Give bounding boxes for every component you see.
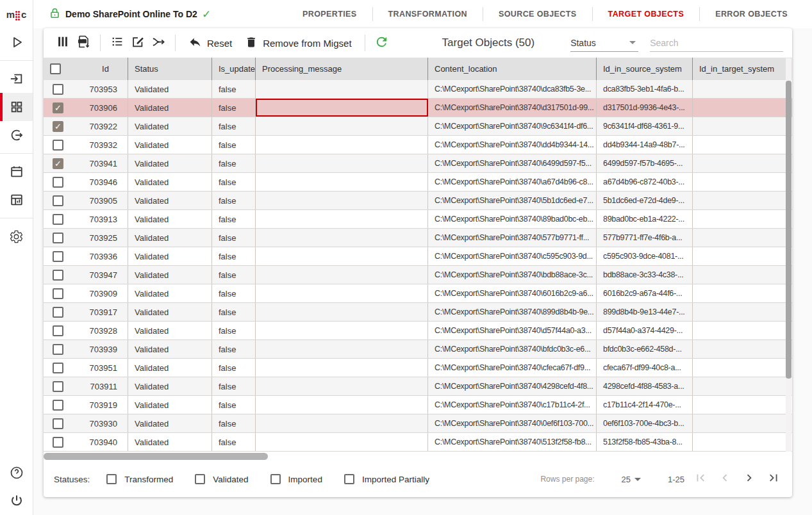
table-row[interactable]: 703953 Validated false C:\MCexport\Share… <box>44 80 792 99</box>
cell-content-location: C:\MCexport\SharePoint\38740\d57f44a0-a3… <box>428 322 597 339</box>
table-row[interactable]: 703909 Validated false C:\MCexport\Share… <box>44 284 792 303</box>
status-filter-checkbox[interactable] <box>195 474 205 484</box>
previous-page-button[interactable] <box>717 471 733 487</box>
cell-id-in-source-system: 513f2f58-fb85-43ba-8... <box>597 433 693 451</box>
status-filter-checkbox[interactable] <box>270 474 281 484</box>
next-page-button[interactable] <box>741 471 758 487</box>
csv-download-icon: CSV <box>76 34 91 52</box>
sidebar-item-scheduler[interactable] <box>0 158 33 186</box>
sidebar-item-run[interactable] <box>0 28 33 56</box>
column-header-id-in-source-system[interactable]: Id_in_source_system <box>597 58 693 80</box>
sidebar-item-dashboard[interactable] <box>0 186 33 214</box>
row-checkbox[interactable] <box>53 251 63 262</box>
tab-error-objects[interactable]: ERROR OBJECTS <box>700 10 803 19</box>
branch-button[interactable] <box>148 33 169 53</box>
table-row[interactable]: 703917 Validated false C:\MCexport\Share… <box>44 303 792 322</box>
view-columns-button[interactable] <box>53 33 73 53</box>
refresh-button[interactable] <box>372 33 392 53</box>
sidebar-item-export[interactable] <box>0 121 33 149</box>
status-filter-select[interactable]: Status <box>570 34 638 52</box>
table-row[interactable]: 703946 Validated false C:\MCexport\Share… <box>44 173 792 192</box>
row-checkbox[interactable] <box>53 121 63 132</box>
row-checkbox[interactable] <box>53 381 63 392</box>
column-header-is-update[interactable]: Is_update <box>212 58 256 80</box>
table-row[interactable]: 703911 Validated false C:\MCexport\Share… <box>44 377 792 396</box>
row-checkbox[interactable] <box>53 84 63 95</box>
tab-transformation[interactable]: TRANSFORMATION <box>373 10 483 19</box>
first-page-button[interactable] <box>692 471 709 487</box>
table-row[interactable]: 703947 Validated false C:\MCexport\Share… <box>44 266 792 284</box>
split-arrow-icon <box>151 35 166 52</box>
table-row[interactable]: 703913 Validated false C:\MCexport\Share… <box>44 210 792 229</box>
row-checkbox[interactable] <box>53 233 63 243</box>
reset-label: Reset <box>207 38 232 49</box>
tab-properties[interactable]: PROPERTIES <box>287 10 372 19</box>
status-filter-imported[interactable]: Imported <box>270 474 322 484</box>
table-row[interactable]: 703930 Validated false C:\MCexport\Share… <box>44 414 792 433</box>
reset-button[interactable]: Reset <box>182 35 238 51</box>
last-page-icon <box>766 471 781 487</box>
tab-source-objects[interactable]: SOURCE OBJECTS <box>483 10 592 19</box>
row-checkbox[interactable] <box>53 437 63 448</box>
row-checkbox[interactable] <box>53 418 63 429</box>
row-checkbox[interactable] <box>53 344 63 355</box>
tab-target-objects[interactable]: TARGET OBJECTS <box>593 10 700 19</box>
table-row[interactable]: 703905 Validated false C:\MCexport\Share… <box>44 192 792 210</box>
table-row[interactable]: 703922 Validated false C:\MCexport\Share… <box>44 117 792 136</box>
last-page-button[interactable] <box>765 471 782 487</box>
horizontal-scrollbar-thumb[interactable] <box>44 453 268 460</box>
cell-content-location: C:\MCexport\SharePoint\38740\899d8b4b-9e… <box>428 303 597 321</box>
status-filter-checkbox[interactable] <box>344 474 354 484</box>
status-filter-checkbox[interactable] <box>106 474 117 484</box>
cell-id-in-source-system: dd4b9344-14a9-48b7-... <box>597 136 693 154</box>
table-row[interactable]: 703925 Validated false C:\MCexport\Share… <box>44 229 792 247</box>
table-row[interactable]: 703940 Validated false C:\MCexport\Share… <box>44 433 792 452</box>
status-filter-transformed[interactable]: Transformed <box>106 474 173 484</box>
column-header-status[interactable]: Status <box>128 58 212 80</box>
cell-is-update: false <box>212 322 256 339</box>
row-checkbox[interactable] <box>53 288 63 299</box>
sidebar-item-help[interactable] <box>0 459 33 487</box>
export-csv-button[interactable]: CSV <box>73 33 94 53</box>
row-checkbox[interactable] <box>53 400 63 411</box>
row-checkbox[interactable] <box>53 158 63 169</box>
row-checkbox[interactable] <box>53 140 63 151</box>
column-header-content-location[interactable]: Content_location <box>428 58 597 80</box>
remove-from-migset-button[interactable]: Remove from Migset <box>238 36 358 51</box>
rows-per-page-select[interactable]: 25 <box>622 475 643 484</box>
row-checkbox[interactable] <box>53 102 63 113</box>
status-filter-imported-partially[interactable]: Imported Partially <box>344 474 429 484</box>
vertical-scrollbar-thumb[interactable] <box>786 81 791 379</box>
table-row[interactable]: 703936 Validated false C:\MCexport\Share… <box>44 247 792 266</box>
sidebar-item-import[interactable] <box>0 65 33 93</box>
row-checkbox[interactable] <box>53 177 63 188</box>
table-row[interactable]: 703939 Validated false C:\MCexport\Share… <box>44 340 792 359</box>
status-filter-validated[interactable]: Validated <box>195 474 248 484</box>
sidebar-item-migsets[interactable] <box>0 93 33 121</box>
table-row[interactable]: 703928 Validated false C:\MCexport\Share… <box>44 322 792 340</box>
sidebar-item-settings[interactable] <box>0 222 33 250</box>
table-row[interactable]: 703951 Validated false C:\MCexport\Share… <box>44 359 792 377</box>
row-checkbox[interactable] <box>53 214 63 225</box>
row-checkbox[interactable] <box>53 325 63 336</box>
edit-button[interactable] <box>128 33 148 53</box>
cell-is-update: false <box>212 284 256 302</box>
table-row[interactable]: 703932 Validated false C:\MCexport\Share… <box>44 136 792 154</box>
column-header-processing-message[interactable]: Processing_message <box>256 58 428 80</box>
table-row[interactable]: 703941 Validated false C:\MCexport\Share… <box>44 154 792 173</box>
sidebar-item-logout[interactable] <box>0 487 33 515</box>
row-checkbox[interactable] <box>53 307 63 318</box>
row-checkbox[interactable] <box>53 270 63 281</box>
list-view-button[interactable] <box>107 33 128 53</box>
search-input[interactable] <box>650 38 783 48</box>
column-header-id-in-target-system[interactable]: Id_in_target_system <box>693 58 786 80</box>
row-checkbox[interactable] <box>53 195 63 206</box>
row-checkbox[interactable] <box>53 363 63 373</box>
table-row[interactable]: 703906 Validated false C:\MCexport\Share… <box>44 99 792 117</box>
table-row[interactable]: 703919 Validated false C:\MCexport\Share… <box>44 396 792 414</box>
cell-status: Validated <box>128 210 212 228</box>
trash-icon <box>245 36 258 51</box>
select-all-checkbox[interactable] <box>50 63 61 74</box>
column-header-id[interactable]: Id <box>83 58 128 80</box>
table-header: Id Status Is_update Processing_message C… <box>44 58 792 80</box>
